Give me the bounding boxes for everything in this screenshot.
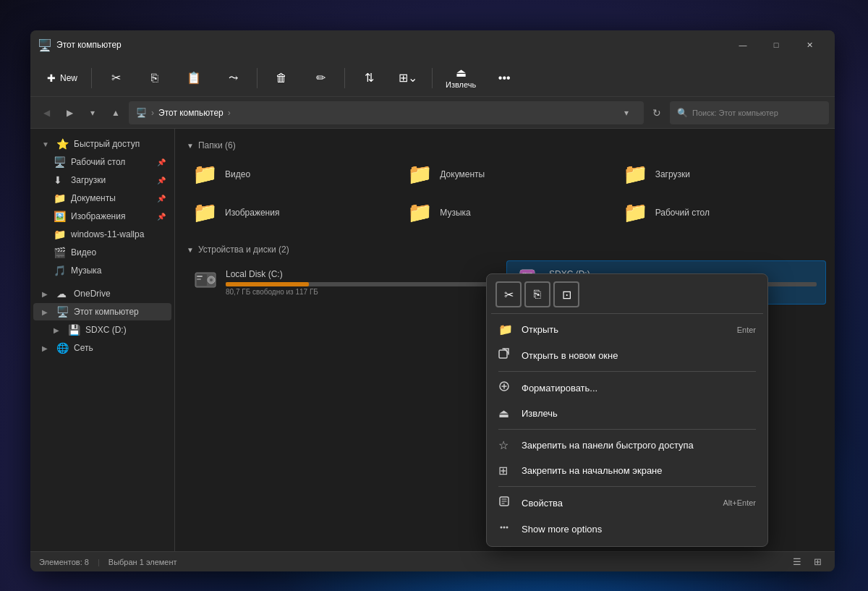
sort-button[interactable]: ⇅ — [351, 62, 387, 94]
grid-view-button[interactable]: ⊞ — [809, 554, 826, 570]
toolbar: ✚ New ✂ ⎘ 📋 ⤳ 🗑 ✏ ⇅ ⊞⌄ ⏏ — [30, 59, 835, 97]
eject-button[interactable]: ⏏ Извлечь — [438, 62, 483, 94]
ctx-paste-button[interactable]: ⊡ — [553, 281, 579, 307]
ctx-cut-button[interactable]: ✂ — [495, 281, 522, 307]
statusbar-separator: | — [98, 558, 100, 566]
ctx-open-shortcut: Enter — [737, 326, 756, 334]
more-button[interactable]: ••• — [486, 62, 522, 94]
drive-c-name: Local Disk (C:) — [226, 269, 495, 279]
ctx-format[interactable]: Форматировать... — [491, 375, 763, 401]
ctx-eject[interactable]: ⏏ Извлечь — [491, 401, 763, 426]
sidebar-item-this-pc[interactable]: ▶ 🖥️ Этот компьютер — [33, 303, 171, 320]
ctx-open-new-window[interactable]: Открыть в новом окне — [491, 342, 763, 368]
sdxc-icon: 💾 — [68, 324, 81, 336]
list-view-button[interactable]: ☰ — [788, 554, 806, 570]
ctx-format-label: Форматировать... — [522, 383, 747, 394]
refresh-button[interactable]: ↻ — [647, 103, 667, 123]
address-dropdown[interactable]: ▾ — [616, 103, 637, 123]
folder-video[interactable]: 📁 Видео — [184, 156, 396, 192]
sidebar-item-music[interactable]: 🎵 Музыка — [33, 262, 171, 279]
sidebar-item-sdxc[interactable]: ▶ 💾 SDXC (D:) — [33, 321, 171, 339]
ctx-properties[interactable]: Свойства Alt+Enter — [491, 490, 763, 516]
sidebar-item-downloads[interactable]: ⬇ Загрузки 📌 — [33, 171, 171, 189]
drive-c-icon — [192, 267, 218, 298]
ctx-sep-3 — [498, 486, 756, 487]
new-icon: ✚ — [47, 73, 56, 83]
ctx-sep-2 — [498, 429, 756, 430]
svg-rect-19 — [499, 350, 507, 358]
paste-button[interactable]: 📋 — [176, 62, 212, 94]
copy-button[interactable]: ⎘ — [137, 62, 173, 94]
folder-downloads[interactable]: 📁 Загрузки — [614, 156, 826, 192]
wallpaper-label: windows-11-wallpa — [71, 229, 166, 239]
svg-point-26 — [503, 527, 506, 529]
sidebar-item-video[interactable]: 🎬 Видео — [33, 244, 171, 261]
sidebar-item-wallpaper[interactable]: 📁 windows-11-wallpa — [33, 226, 171, 243]
cut-button[interactable]: ✂ — [98, 62, 134, 94]
view-button[interactable]: ⊞⌄ — [390, 62, 426, 94]
close-button[interactable]: ✕ — [793, 33, 826, 56]
forward-button[interactable]: ▶ — [59, 103, 80, 123]
dropdown-button[interactable]: ▾ — [82, 103, 103, 123]
ctx-open[interactable]: 📁 Открыть Enter — [491, 317, 763, 342]
sidebar-item-network[interactable]: ▶ 🌐 Сеть — [33, 339, 171, 357]
drive-c[interactable]: Local Disk (C:) 80,7 ГБ свободно из 117 … — [184, 260, 503, 305]
desktop-label: Рабочий стол — [71, 157, 153, 167]
new-button[interactable]: ✚ New — [39, 62, 85, 94]
sdxc-expand: ▶ — [54, 326, 64, 334]
pin-icon-2: 📌 — [157, 177, 166, 184]
address-this-pc: Этот компьютер — [158, 108, 224, 118]
ctx-eject-label: Извлечь — [522, 408, 747, 419]
delete-icon: 🗑 — [276, 72, 287, 84]
new-label: New — [60, 73, 77, 83]
ctx-show-more-icon — [498, 522, 513, 536]
quick-access-label: Быстрый доступ — [74, 139, 166, 149]
ctx-pin-quick-label: Закрепить на панели быстрого доступа — [522, 440, 747, 451]
folder-images-label: Изображения — [225, 208, 279, 218]
ctx-eject-icon: ⏏ — [498, 407, 513, 420]
folders-chevron: ▼ — [187, 142, 194, 150]
share-button[interactable]: ⤳ — [215, 62, 251, 94]
sidebar-item-desktop[interactable]: 🖥️ Рабочий стол 📌 — [33, 153, 171, 171]
folder-documents-icon: 📁 — [407, 162, 433, 186]
item-count: Элементов: 8 — [39, 558, 89, 566]
search-box[interactable]: 🔍 Поиск: Этот компьютер — [670, 101, 829, 124]
sidebar-item-images[interactable]: 🖼️ Изображения 📌 — [33, 208, 171, 225]
folder-desktop[interactable]: 📁 Рабочий стол — [614, 195, 826, 230]
cut-icon: ✂ — [111, 72, 121, 84]
folder-images[interactable]: 📁 Изображения — [184, 195, 396, 230]
folder-desktop-icon: 📁 — [623, 200, 648, 224]
rename-button[interactable]: ✏ — [302, 62, 339, 94]
more-icon: ••• — [498, 72, 511, 84]
ctx-pin-start-label: Закрепить на начальном экране — [522, 465, 747, 476]
minimize-button[interactable]: — — [726, 33, 760, 56]
folder-desktop-label: Рабочий стол — [655, 208, 710, 218]
context-menu: ✂ ⎘ ⊡ 📁 Открыть Enter Открыть в новом ок… — [486, 273, 768, 547]
sidebar-item-documents[interactable]: 📁 Документы 📌 — [33, 190, 171, 207]
ctx-pin-start[interactable]: ⊞ Закрепить на начальном экране — [491, 458, 763, 483]
ctx-copy-button[interactable]: ⎘ — [524, 281, 550, 307]
address-box[interactable]: 🖥️ › Этот компьютер › ▾ — [129, 101, 644, 124]
folder-music[interactable]: 📁 Музыка — [399, 195, 610, 230]
ctx-show-more-label: Show more options — [522, 524, 747, 535]
copy-icon: ⎘ — [151, 72, 158, 84]
desktop-icon: 🖥️ — [54, 156, 67, 168]
documents-icon: 📁 — [54, 192, 67, 204]
ctx-pin-quick-access[interactable]: ☆ Закрепить на панели быстрого доступа — [491, 433, 763, 458]
folders-section-label: Папки (6) — [198, 140, 236, 150]
maximize-button[interactable]: □ — [760, 33, 793, 56]
ctx-sep-1 — [498, 371, 756, 372]
ctx-properties-shortcut: Alt+Enter — [723, 498, 756, 507]
ctx-show-more[interactable]: Show more options — [491, 516, 763, 542]
this-pc-label: Этот компьютер — [74, 307, 166, 317]
folder-documents[interactable]: 📁 Документы — [399, 156, 610, 192]
back-button[interactable]: ◀ — [36, 103, 56, 123]
sidebar-item-onedrive[interactable]: ▶ ☁ OneDrive — [33, 285, 171, 302]
titlebar-controls: — □ ✕ — [726, 33, 826, 56]
delete-button[interactable]: 🗑 — [263, 62, 299, 94]
up-button[interactable]: ▲ — [106, 103, 126, 123]
downloads-label: Загрузки — [71, 175, 153, 185]
view-icon: ⊞⌄ — [399, 72, 417, 84]
folder-grid: 📁 Видео 📁 Документы 📁 Загрузки 📁 Изображ… — [184, 156, 826, 230]
sidebar-quick-access[interactable]: ▼ ⭐ Быстрый доступ — [33, 135, 171, 153]
